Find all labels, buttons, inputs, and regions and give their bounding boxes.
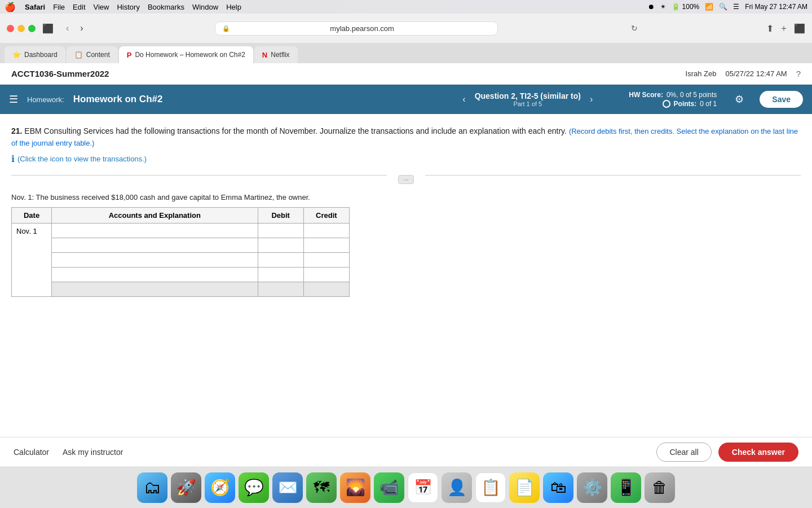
dock-messages[interactable]: 💬 — [239, 472, 269, 503]
debit-input-2[interactable] — [259, 239, 302, 251]
course-title: ACCT1036-Summer2022 — [11, 69, 109, 78]
question-title: Question 2, TI2-5 (similar to) — [475, 91, 581, 100]
notes-icon: 📄 — [515, 478, 535, 497]
credit-input-cell-5 — [303, 282, 349, 297]
credit-input-cell-3 — [303, 253, 349, 268]
debit-input-cell-2 — [258, 238, 303, 253]
back-button[interactable]: ‹ — [63, 22, 72, 34]
credit-input-4[interactable] — [305, 269, 348, 281]
next-question-button[interactable]: › — [585, 92, 597, 107]
menubar-controlcenter-icon[interactable]: ☰ — [733, 3, 739, 11]
tab-netflix[interactable]: N Netflix — [254, 46, 298, 63]
forward-button[interactable]: › — [77, 22, 86, 34]
menubar-help[interactable]: Help — [226, 3, 241, 11]
account-input-cell-3 — [52, 253, 258, 268]
apple-menu[interactable]: 🍎 — [5, 2, 16, 12]
dock-photos[interactable]: 🌄 — [340, 472, 370, 503]
account-input-4[interactable] — [53, 269, 256, 281]
debit-input-3[interactable] — [259, 254, 302, 266]
menubar-safari[interactable]: Safari — [25, 3, 45, 11]
settings-button[interactable]: ⚙ — [735, 93, 744, 106]
table-row — [12, 268, 350, 282]
view-transactions-link[interactable]: ℹ (Click the icon to view the transactio… — [11, 152, 801, 166]
dock-finder[interactable]: 🗂 — [137, 472, 167, 503]
sidebar-button[interactable]: ⬛ — [794, 23, 805, 34]
prev-question-button[interactable]: ‹ — [458, 92, 470, 107]
account-input-1[interactable] — [53, 225, 256, 237]
score-section: HW Score: 0%, 0 of 5 points Points: 0 of… — [629, 91, 717, 108]
credit-input-cell-1 — [303, 224, 349, 238]
menubar-search-icon[interactable]: 🔍 — [719, 3, 727, 11]
minimize-window-button[interactable] — [17, 25, 25, 32]
credit-input-2[interactable] — [305, 239, 348, 251]
reload-button[interactable]: ↻ — [631, 24, 638, 33]
maps-icon: 🗺 — [314, 478, 329, 497]
account-input-cell-1 — [52, 224, 258, 238]
netflix-tab-icon: N — [262, 51, 267, 59]
debit-input-5[interactable] — [259, 283, 302, 295]
transaction-section: Nov. 1: The business received $18,000 ca… — [0, 187, 812, 303]
credit-input-3[interactable] — [305, 254, 348, 266]
question-body: 21. EBM Consulting Services had the foll… — [0, 114, 812, 172]
dock-appstore[interactable]: 🛍 — [543, 472, 573, 503]
ask-instructor-link[interactable]: Ask my instructor — [63, 448, 123, 457]
messages-icon: 💬 — [244, 478, 264, 497]
url-display[interactable]: mylab.pearson.com — [233, 24, 491, 33]
credit-input-5[interactable] — [305, 283, 348, 295]
table-row-last — [12, 282, 350, 297]
tab-homework[interactable]: P Do Homework – Homework on Ch#2 — [119, 46, 253, 63]
hamburger-menu-icon[interactable]: ☰ — [9, 93, 18, 106]
question-number: 21. — [11, 126, 22, 135]
contacts-icon: 👤 — [447, 478, 467, 497]
close-window-button[interactable] — [7, 25, 14, 32]
calculator-link[interactable]: Calculator — [14, 448, 49, 457]
dock-facetime[interactable]: 📹 — [374, 472, 404, 503]
new-tab-button[interactable]: ＋ — [779, 23, 788, 34]
table-row — [12, 238, 350, 253]
tab-content[interactable]: 📋 Content — [67, 46, 118, 63]
facetime-icon: 📹 — [379, 478, 399, 497]
menubar-window[interactable]: Window — [192, 3, 218, 11]
points-value: 0 of 1 — [700, 100, 717, 108]
dock-calendar[interactable]: 📅 — [408, 472, 438, 503]
account-input-2[interactable] — [53, 239, 256, 251]
dock-mail[interactable]: ✉️ — [272, 472, 303, 503]
menubar-view[interactable]: View — [94, 3, 109, 11]
menubar-wifi-icon: 📶 — [705, 3, 713, 11]
help-button[interactable]: ? — [796, 69, 801, 78]
traffic-lights — [7, 25, 36, 32]
tab-dashboard[interactable]: ⭐ Dashboard — [5, 46, 65, 63]
tabs-bar: ⭐ Dashboard 📋 Content P Do Homework – Ho… — [0, 43, 812, 63]
fullscreen-window-button[interactable] — [28, 25, 36, 32]
dock-safari[interactable]: 🧭 — [205, 472, 235, 503]
dock-launchpad[interactable]: 🚀 — [171, 472, 201, 503]
account-input-5[interactable] — [53, 283, 256, 295]
save-button[interactable]: Save — [760, 91, 803, 108]
menubar-history[interactable]: History — [117, 3, 139, 11]
points-circle-icon — [663, 100, 670, 108]
menubar-file[interactable]: File — [53, 3, 65, 11]
photos-icon: 🌄 — [346, 478, 365, 497]
menubar-bookmarks[interactable]: Bookmarks — [148, 3, 184, 11]
address-bar[interactable]: 🔒 mylab.pearson.com — [215, 22, 497, 35]
debit-input-1[interactable] — [259, 225, 302, 237]
share-button[interactable]: ⬆ — [766, 23, 774, 34]
dock-maps[interactable]: 🗺 — [306, 472, 337, 503]
credit-input-1[interactable] — [305, 225, 348, 237]
dock-reminders[interactable]: 📋 — [475, 472, 506, 503]
debit-input-4[interactable] — [259, 269, 302, 281]
sidebar-toggle-button[interactable]: ⬛ — [42, 23, 54, 34]
check-answer-button[interactable]: Check answer — [718, 443, 798, 462]
section-divider: ··· — [0, 172, 812, 187]
account-input-3[interactable] — [53, 254, 256, 266]
clear-all-button[interactable]: Clear all — [656, 443, 711, 462]
menubar-edit[interactable]: Edit — [73, 3, 85, 11]
menubar-record-icon: ⏺ — [648, 3, 655, 11]
dock-whatsapp[interactable]: 📱 — [611, 472, 641, 503]
dock-notes[interactable]: 📄 — [509, 472, 540, 503]
debit-input-cell-5 — [258, 282, 303, 297]
dock-trash[interactable]: 🗑 — [645, 472, 675, 503]
dock-contacts[interactable]: 👤 — [442, 472, 472, 503]
security-lock-icon: 🔒 — [222, 25, 230, 32]
dock-systemprefs[interactable]: ⚙️ — [577, 472, 607, 503]
